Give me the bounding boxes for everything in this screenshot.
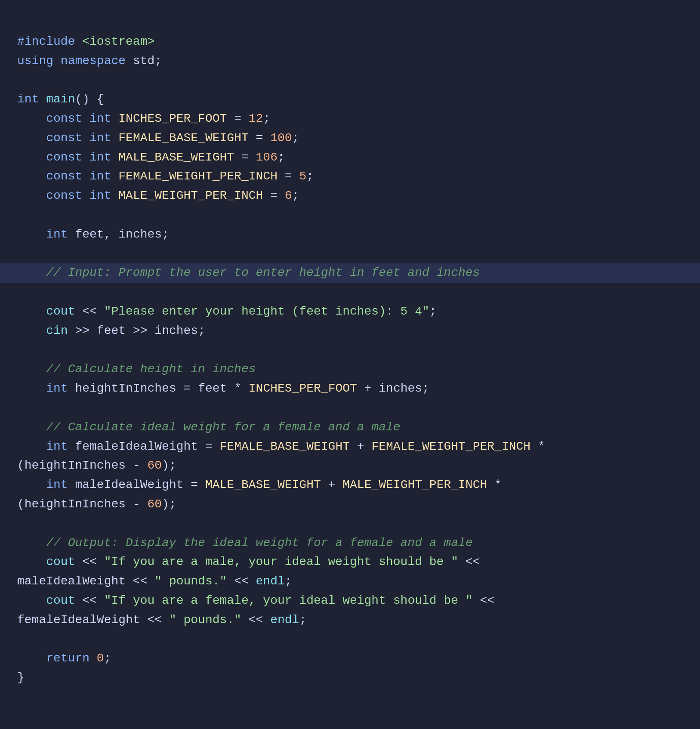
line-close: } (17, 671, 25, 684)
line-cout2b: maleIdealWeight << " pounds." << endl; (17, 575, 292, 588)
line-vardecl: int feet, inches; (17, 228, 169, 241)
line-calc2a: int femaleIdealWeight = FEMALE_BASE_WEIG… (17, 440, 545, 453)
line-return: return 0; (17, 652, 111, 665)
line-cout2a: cout << "If you are a male, your ideal w… (17, 555, 480, 568)
line-cmt2: // Calculate height in inches (17, 362, 256, 376)
line-cmt3: // Calculate ideal weight for a female a… (17, 420, 401, 434)
line-cout3b: femaleIdealWeight << " pounds." << endl; (17, 613, 306, 627)
line-cin1: cin >> feet >> inches; (17, 324, 205, 337)
line-cmt4: // Output: Display the ideal weight for … (17, 536, 473, 550)
code-editor: #include <iostream> using namespace std;… (17, 13, 683, 688)
line-const3: const int MALE_BASE_WEIGHT = 106; (17, 151, 285, 164)
line-main-sig: int main() { (17, 93, 104, 106)
line-cout3a: cout << "If you are a female, your ideal… (17, 594, 494, 607)
line-const1: const int INCHES_PER_FOOT = 12; (17, 112, 270, 125)
line-const2: const int FEMALE_BASE_WEIGHT = 100; (17, 131, 299, 145)
line-include: #include <iostream> (17, 35, 154, 48)
line-const5: const int MALE_WEIGHT_PER_INCH = 6; (17, 189, 299, 202)
line-calc2b: (heightInInches - 60); (17, 459, 176, 472)
line-cout1: cout << "Please enter your height (feet … (17, 305, 437, 318)
line-calc3a: int maleIdealWeight = MALE_BASE_WEIGHT +… (17, 478, 502, 491)
line-cmt1: // Input: Prompt the user to enter heigh… (17, 263, 683, 283)
line-const4: const int FEMALE_WEIGHT_PER_INCH = 5; (17, 170, 314, 183)
line-using: using namespace std; (17, 54, 162, 68)
line-calc3b: (heightInInches - 60); (17, 497, 176, 511)
line-calc1: int heightInInches = feet * INCHES_PER_F… (17, 382, 429, 395)
